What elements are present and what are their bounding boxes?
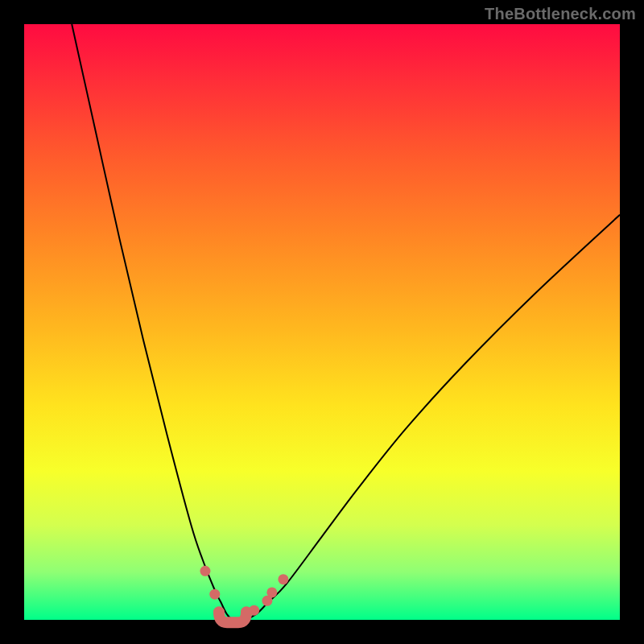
bottleneck-curve (72, 24, 620, 621)
highlight-dot (200, 566, 210, 576)
outer-frame: TheBottleneck.com (0, 0, 644, 644)
min-region-stroke (219, 612, 246, 622)
plot-area (24, 24, 620, 620)
highlight-dot (278, 574, 288, 584)
chart-svg (24, 24, 620, 620)
highlight-dot (209, 589, 220, 600)
watermark-text: TheBottleneck.com (485, 5, 636, 23)
highlight-dot (266, 587, 277, 597)
min-region-blob (219, 612, 246, 622)
